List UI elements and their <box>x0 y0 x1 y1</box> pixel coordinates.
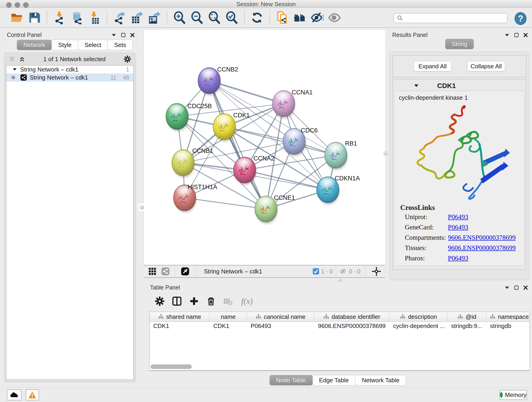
table-options-gear-icon[interactable] <box>155 296 165 306</box>
selected-checkbox-icon[interactable] <box>312 268 319 275</box>
import-network-from-database-icon[interactable] <box>70 11 84 24</box>
maximize-panel-icon[interactable] <box>514 285 519 290</box>
crosslink-link[interactable]: 9606.ENSP00000378699 <box>448 234 516 241</box>
left-splitter-handle[interactable] <box>138 204 145 211</box>
hidden-eye-icon[interactable] <box>339 268 347 275</box>
node-CCNB1[interactable] <box>172 150 195 178</box>
table-row[interactable]: CDK1CDK1P064939606.ENSP00000378699cyclin… <box>150 322 530 330</box>
column-header-shared-name[interactable]: shared name <box>150 312 210 322</box>
horizontal-splitter-handle[interactable] <box>336 278 344 282</box>
cytoscape-window: Session: New Session <box>0 0 532 402</box>
function-builder-icon[interactable]: f(x) <box>241 296 253 306</box>
node-CCNA2[interactable] <box>234 157 256 185</box>
collection-expand-arrow-icon[interactable] <box>12 68 17 71</box>
cloud-button[interactable] <box>7 389 22 400</box>
refresh-icon[interactable] <box>250 11 264 24</box>
crosslink-link[interactable]: P06493 <box>448 223 468 231</box>
network-row[interactable]: String Network – cdk1 11 48 <box>6 73 133 82</box>
export-table-icon[interactable] <box>130 11 144 24</box>
warnings-button[interactable] <box>26 389 39 400</box>
node-CDC25B[interactable] <box>166 103 189 131</box>
edge-CCNB2-CCNE1[interactable] <box>209 81 266 209</box>
entry-collapse-arrow-icon[interactable] <box>414 84 419 88</box>
node-table[interactable]: shared namenamecanonical namedatabase id… <box>149 312 530 371</box>
maximize-panel-icon[interactable] <box>121 33 126 37</box>
table-panel: Table Panel <box>144 282 532 387</box>
grid-view-icon[interactable] <box>147 266 157 276</box>
close-panel-icon[interactable] <box>523 33 528 37</box>
home-panels-icon[interactable] <box>293 11 306 24</box>
string-network-graph[interactable]: CCNB2CCNA1CDC25BCDK1CDC6RB1CCNB1CCNA2CDK… <box>144 30 385 265</box>
crosslink-link[interactable]: 9606.ENSP00000378699 <box>448 244 516 252</box>
tab-sets[interactable]: Sets <box>108 40 133 50</box>
show-hidden-icon[interactable] <box>328 11 341 24</box>
delete-column-icon[interactable] <box>206 296 216 306</box>
tab-edge-table[interactable]: Edge Table <box>312 375 355 385</box>
column-header-database-identifier[interactable]: database identifier <box>314 312 389 322</box>
show-columns-icon[interactable] <box>172 296 182 306</box>
import-table-icon[interactable] <box>88 11 101 24</box>
open-session-icon[interactable] <box>10 11 24 24</box>
search-icon <box>397 15 404 22</box>
zoom-selected-icon[interactable] <box>225 11 239 24</box>
table-cell[interactable]: 9606.ENSP00000378699 <box>314 322 389 330</box>
node-RB1[interactable] <box>325 142 347 170</box>
edge-CCNA2-CDKN1A[interactable] <box>245 170 328 190</box>
table-cell[interactable]: CDK1 <box>210 322 247 330</box>
float-panel-icon[interactable] <box>111 33 116 37</box>
float-panel-icon[interactable] <box>505 33 510 37</box>
memory-button[interactable]: Memory <box>500 390 527 400</box>
table-cell[interactable]: CDK1 <box>150 322 210 330</box>
maximize-panel-icon[interactable] <box>514 33 519 37</box>
delete-table-icon[interactable] <box>223 296 233 306</box>
column-header-canonical-name[interactable]: canonical name <box>247 312 314 322</box>
tab-network-table[interactable]: Network Table <box>355 375 406 385</box>
add-column-icon[interactable] <box>189 296 199 306</box>
table-cell[interactable]: cyclin-dependent ... <box>389 322 447 330</box>
search-box[interactable] <box>393 13 507 23</box>
zoom-out-icon[interactable] <box>190 11 204 24</box>
copy-current-style-icon[interactable] <box>276 11 289 24</box>
tab-select[interactable]: Select <box>78 40 108 50</box>
table-cell[interactable]: stringdb <box>486 322 530 330</box>
table-cell[interactable]: P06493 <box>247 322 314 330</box>
save-session-icon[interactable] <box>28 11 41 24</box>
export-image-icon[interactable] <box>148 11 161 24</box>
table-cell[interactable]: stringdb:9... <box>447 322 486 330</box>
search-input[interactable] <box>404 15 500 21</box>
collapse-all-icon[interactable] <box>8 56 15 62</box>
network-options-gear-icon[interactable] <box>123 55 131 63</box>
network-canvas[interactable]: CCNB2CCNA1CDC25BCDK1CDC6RB1CCNB1CCNA2CDK… <box>144 30 385 265</box>
expand-all-button[interactable]: Expand All <box>413 61 452 71</box>
tab-style[interactable]: Style <box>51 40 78 50</box>
expand-all-icon[interactable] <box>19 56 25 62</box>
float-panel-icon[interactable] <box>505 286 510 289</box>
zoom-in-icon[interactable] <box>173 11 186 24</box>
export-network-icon[interactable] <box>113 11 126 24</box>
birdseye-view-icon[interactable] <box>180 266 190 276</box>
node-CDK1[interactable] <box>213 114 236 142</box>
network-collection-row[interactable]: String Network – cdk1 1 <box>6 65 133 73</box>
tab-string[interactable]: String <box>445 39 474 49</box>
edge-HIST1H1A-CCNE1[interactable] <box>185 198 266 209</box>
column-header-description[interactable]: description <box>389 312 447 322</box>
network-view-share-icon[interactable] <box>160 266 171 276</box>
column-header-name[interactable]: name <box>210 312 247 322</box>
close-panel-icon[interactable] <box>523 285 528 290</box>
collapse-all-button[interactable]: Collapse All <box>467 61 505 71</box>
column-header-@id[interactable]: @id <box>447 312 486 322</box>
hide-selected-icon[interactable] <box>310 11 324 24</box>
crosslink-link[interactable]: P06493 <box>448 213 468 221</box>
column-header-namespace[interactable]: namespace <box>486 312 530 322</box>
zoom-fit-icon[interactable] <box>208 11 221 24</box>
network-share-icon <box>20 74 27 81</box>
close-panel-icon[interactable] <box>130 33 135 37</box>
crosslink-link[interactable]: P06493 <box>448 254 468 262</box>
fit-content-crosshair-icon[interactable] <box>371 266 382 277</box>
help-button[interactable]: ? <box>515 12 526 25</box>
tab-network[interactable]: Network <box>17 40 52 50</box>
tab-node-table[interactable]: Node Table <box>269 375 313 385</box>
protein-structure-image <box>399 103 525 201</box>
import-network-icon[interactable] <box>53 11 66 24</box>
table-horizontal-scrollbar[interactable] <box>151 364 192 369</box>
